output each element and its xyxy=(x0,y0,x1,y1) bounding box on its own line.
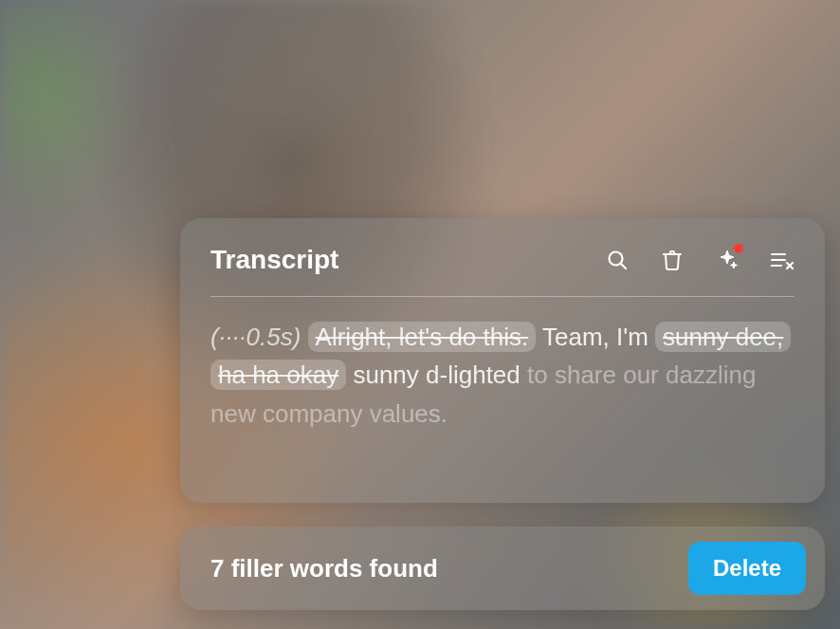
filler-words-panel: 7 filler words found Delete xyxy=(180,527,825,610)
search-icon[interactable] xyxy=(605,248,630,272)
transcript-text: sunny d-lighted xyxy=(353,361,520,389)
trash-icon[interactable] xyxy=(660,248,685,272)
transcript-header: Transcript xyxy=(210,245,794,297)
clear-list-icon[interactable] xyxy=(770,248,794,272)
transcript-text: Team, I'm xyxy=(542,323,648,351)
transcript-body[interactable]: (····0.5s) Alright, let's do this. Team,… xyxy=(210,318,794,433)
pause-marker: (····0.5s) xyxy=(210,323,301,351)
filler-words-message: 7 filler words found xyxy=(210,554,438,583)
notification-badge xyxy=(734,244,743,253)
delete-button[interactable]: Delete xyxy=(688,542,806,595)
transcript-title: Transcript xyxy=(210,245,338,275)
removed-segment[interactable]: Alright, let's do this. xyxy=(308,322,537,352)
transcript-panel: Transcript xyxy=(180,218,825,503)
svg-line-1 xyxy=(621,264,627,269)
transcript-toolbar xyxy=(605,248,794,272)
sparkle-icon[interactable] xyxy=(715,248,740,272)
